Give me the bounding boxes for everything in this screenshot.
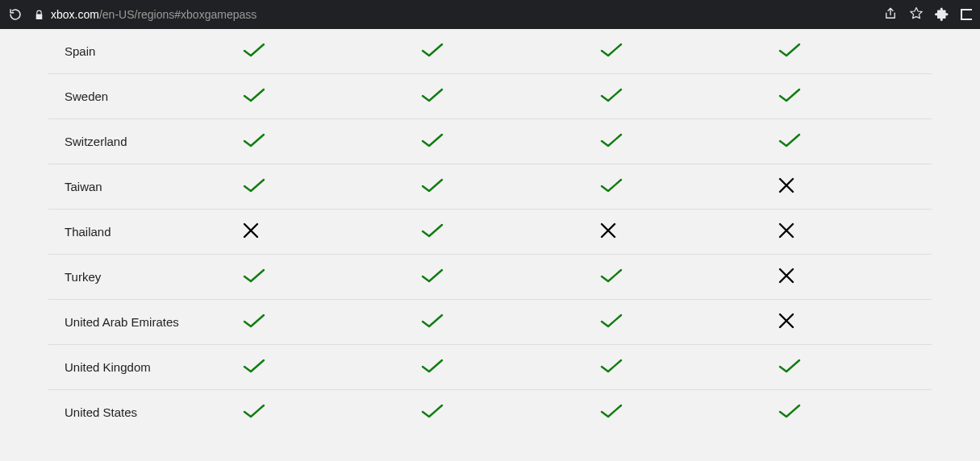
table-row: Spain — [48, 29, 932, 74]
window-edge-icon — [961, 9, 972, 20]
regions-table: SpainSwedenSwitzerlandTaiwanThailandTurk… — [0, 29, 980, 435]
cross-icon — [599, 222, 617, 243]
check-icon — [420, 177, 444, 197]
availability-cell — [753, 132, 932, 152]
cross-icon — [778, 222, 795, 243]
extensions-icon[interactable] — [935, 6, 949, 23]
availability-cell — [753, 267, 932, 288]
check-icon — [778, 42, 802, 61]
availability-cell — [396, 268, 574, 287]
availability-cell — [396, 132, 574, 152]
check-icon — [599, 42, 623, 61]
availability-cell — [575, 268, 753, 287]
availability-cell — [218, 403, 396, 422]
check-icon — [599, 177, 623, 197]
check-icon — [242, 132, 266, 152]
availability-cell — [396, 313, 574, 332]
check-icon — [420, 313, 444, 332]
availability-cell — [218, 132, 396, 152]
table-row: Thailand — [48, 210, 932, 255]
lock-icon[interactable] — [34, 10, 44, 20]
check-icon — [242, 268, 266, 287]
table-row: Taiwan — [48, 164, 932, 210]
cross-icon — [778, 177, 795, 197]
availability-cell — [218, 177, 396, 197]
reload-icon[interactable] — [8, 7, 23, 22]
check-icon — [778, 132, 802, 152]
share-icon[interactable] — [883, 6, 898, 23]
table-row: Switzerland — [48, 119, 932, 164]
check-icon — [599, 87, 623, 106]
check-icon — [420, 222, 444, 242]
availability-cell — [575, 42, 753, 61]
country-name: United Arab Emirates — [48, 314, 218, 330]
check-icon — [599, 132, 623, 152]
country-name: Spain — [48, 44, 218, 60]
check-icon — [242, 87, 266, 106]
check-icon — [599, 313, 623, 332]
address-bar: xbox.com/en-US/regions#xboxgamepass — [0, 0, 980, 29]
availability-cell — [218, 42, 396, 61]
table-row: Sweden — [48, 74, 932, 119]
availability-cell — [575, 132, 753, 152]
country-name: Switzerland — [48, 134, 218, 150]
table-row: Turkey — [48, 255, 932, 300]
cross-icon — [242, 222, 260, 243]
availability-cell — [753, 42, 932, 61]
url-host: xbox.com — [51, 8, 99, 21]
check-icon — [420, 268, 444, 287]
country-name: United States — [48, 405, 218, 421]
check-icon — [420, 132, 444, 152]
availability-cell — [396, 87, 574, 106]
check-icon — [242, 403, 266, 422]
check-icon — [420, 87, 444, 106]
check-icon — [778, 358, 802, 377]
check-icon — [420, 358, 444, 377]
check-icon — [242, 313, 266, 332]
availability-cell — [396, 403, 574, 422]
check-icon — [778, 87, 802, 106]
availability-cell — [218, 222, 396, 243]
bookmark-star-icon[interactable] — [909, 6, 924, 23]
availability-cell — [218, 268, 396, 287]
country-name: Sweden — [48, 89, 218, 105]
check-icon — [420, 403, 444, 422]
cross-icon — [778, 312, 795, 333]
check-icon — [242, 358, 266, 377]
country-name: Thailand — [48, 224, 218, 240]
table-row: United States — [48, 390, 932, 435]
availability-cell — [753, 87, 932, 106]
availability-cell — [396, 177, 574, 197]
check-icon — [420, 42, 444, 61]
availability-cell — [575, 313, 753, 332]
country-name: Turkey — [48, 269, 218, 285]
check-icon — [242, 42, 266, 61]
availability-cell — [396, 222, 574, 242]
check-icon — [599, 403, 623, 422]
check-icon — [778, 403, 802, 422]
availability-cell — [753, 403, 932, 422]
country-name: United Kingdom — [48, 359, 218, 376]
availability-cell — [753, 312, 932, 333]
availability-cell — [218, 313, 396, 332]
availability-cell — [396, 358, 574, 377]
url-path: /en-US/regions#xboxgamepass — [99, 8, 256, 21]
availability-cell — [575, 177, 753, 197]
check-icon — [599, 358, 623, 377]
availability-cell — [575, 358, 753, 377]
cross-icon — [778, 267, 795, 288]
country-name: Taiwan — [48, 179, 218, 195]
url-text[interactable]: xbox.com/en-US/regions#xboxgamepass — [51, 8, 883, 21]
table-row: United Arab Emirates — [48, 300, 932, 345]
availability-cell — [575, 222, 753, 243]
availability-cell — [218, 87, 396, 106]
availability-cell — [218, 358, 396, 377]
availability-cell — [575, 87, 753, 106]
table-row: United Kingdom — [48, 345, 932, 390]
availability-cell — [575, 403, 753, 422]
check-icon — [242, 177, 266, 197]
check-icon — [599, 268, 623, 287]
availability-cell — [753, 222, 932, 243]
availability-cell — [753, 358, 932, 377]
availability-cell — [753, 177, 932, 197]
